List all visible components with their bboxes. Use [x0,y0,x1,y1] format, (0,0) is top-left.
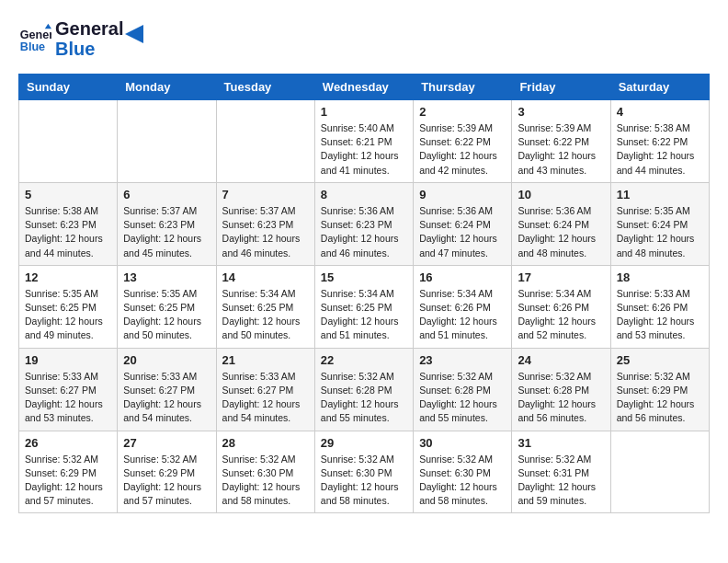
calendar-cell [216,100,314,183]
day-info: Sunrise: 5:35 AM Sunset: 6:25 PM Dayligh… [123,287,210,343]
calendar-cell: 31Sunrise: 5:32 AM Sunset: 6:31 PM Dayli… [512,431,610,513]
day-info: Sunrise: 5:32 AM Sunset: 6:30 PM Dayligh… [222,453,309,509]
day-info: Sunrise: 5:39 AM Sunset: 6:22 PM Dayligh… [518,121,604,178]
calendar-header-row: SundayMondayTuesdayWednesdayThursdayFrid… [19,75,710,100]
calendar-cell: 25Sunrise: 5:32 AM Sunset: 6:29 PM Dayli… [610,348,709,431]
day-info: Sunrise: 5:32 AM Sunset: 6:29 PM Dayligh… [617,370,703,426]
calendar-cell: 19Sunrise: 5:33 AM Sunset: 6:27 PM Dayli… [19,348,118,431]
calendar-cell: 9Sunrise: 5:36 AM Sunset: 6:24 PM Daylig… [414,182,512,265]
calendar-cell: 16Sunrise: 5:34 AM Sunset: 6:26 PM Dayli… [414,265,512,348]
day-info: Sunrise: 5:32 AM Sunset: 6:31 PM Dayligh… [518,453,604,509]
day-number: 25 [617,353,703,367]
day-info: Sunrise: 5:34 AM Sunset: 6:26 PM Dayligh… [518,287,604,343]
day-number: 15 [321,270,407,284]
svg-marker-3 [125,25,143,43]
calendar-cell: 23Sunrise: 5:32 AM Sunset: 6:28 PM Dayli… [414,348,512,431]
calendar-cell: 26Sunrise: 5:32 AM Sunset: 6:29 PM Dayli… [19,431,118,513]
day-number: 30 [419,436,506,450]
calendar-table: SundayMondayTuesdayWednesdayThursdayFrid… [18,74,710,513]
day-number: 26 [25,436,111,450]
calendar-cell: 4Sunrise: 5:38 AM Sunset: 6:22 PM Daylig… [610,100,709,183]
day-info: Sunrise: 5:32 AM Sunset: 6:28 PM Dayligh… [518,370,604,426]
calendar-cell: 3Sunrise: 5:39 AM Sunset: 6:22 PM Daylig… [512,100,610,183]
page-header: General Blue General Blue [18,18,710,59]
calendar-cell: 20Sunrise: 5:33 AM Sunset: 6:27 PM Dayli… [118,348,216,431]
calendar-cell: 17Sunrise: 5:34 AM Sunset: 6:26 PM Dayli… [512,265,610,348]
day-number: 31 [518,436,604,450]
weekday-header-friday: Friday [512,75,610,100]
day-number: 22 [321,353,407,367]
calendar-cell [118,100,216,183]
day-info: Sunrise: 5:34 AM Sunset: 6:25 PM Dayligh… [222,287,309,343]
day-number: 24 [518,353,604,367]
day-number: 12 [25,270,111,284]
calendar-cell: 8Sunrise: 5:36 AM Sunset: 6:23 PM Daylig… [314,182,413,265]
weekday-header-thursday: Thursday [414,75,512,100]
day-info: Sunrise: 5:38 AM Sunset: 6:22 PM Dayligh… [617,121,703,178]
logo-icon: General Blue [18,22,51,55]
day-info: Sunrise: 5:32 AM Sunset: 6:30 PM Dayligh… [321,453,407,509]
day-number: 27 [123,436,210,450]
logo: General Blue General Blue [18,18,143,59]
calendar-cell [610,431,709,513]
day-info: Sunrise: 5:32 AM Sunset: 6:28 PM Dayligh… [419,370,506,426]
logo-arrow-icon [125,25,143,43]
calendar-cell: 11Sunrise: 5:35 AM Sunset: 6:24 PM Dayli… [610,182,709,265]
day-number: 11 [617,188,703,201]
day-number: 8 [321,188,407,201]
day-number: 21 [222,353,309,367]
calendar-cell: 28Sunrise: 5:32 AM Sunset: 6:30 PM Dayli… [216,431,314,513]
weekday-header-sunday: Sunday [19,75,118,100]
day-number: 7 [222,188,309,201]
calendar-cell: 13Sunrise: 5:35 AM Sunset: 6:25 PM Dayli… [118,265,216,348]
calendar-cell: 10Sunrise: 5:36 AM Sunset: 6:24 PM Dayli… [512,182,610,265]
day-number: 9 [419,188,506,201]
day-info: Sunrise: 5:36 AM Sunset: 6:24 PM Dayligh… [518,204,604,260]
calendar-week-row: 12Sunrise: 5:35 AM Sunset: 6:25 PM Dayli… [19,265,710,348]
day-number: 2 [419,105,506,119]
day-number: 23 [419,353,506,367]
day-info: Sunrise: 5:34 AM Sunset: 6:26 PM Dayligh… [419,287,506,343]
day-info: Sunrise: 5:40 AM Sunset: 6:21 PM Dayligh… [321,121,407,178]
day-info: Sunrise: 5:32 AM Sunset: 6:29 PM Dayligh… [123,453,210,509]
calendar-cell: 21Sunrise: 5:33 AM Sunset: 6:27 PM Dayli… [216,348,314,431]
day-info: Sunrise: 5:32 AM Sunset: 6:30 PM Dayligh… [419,453,506,509]
calendar-week-row: 26Sunrise: 5:32 AM Sunset: 6:29 PM Dayli… [19,431,710,513]
day-info: Sunrise: 5:38 AM Sunset: 6:23 PM Dayligh… [25,204,111,260]
day-info: Sunrise: 5:39 AM Sunset: 6:22 PM Dayligh… [419,121,506,178]
day-info: Sunrise: 5:33 AM Sunset: 6:27 PM Dayligh… [123,370,210,426]
day-number: 14 [222,270,309,284]
weekday-header-saturday: Saturday [610,75,709,100]
day-number: 3 [518,105,604,119]
calendar-week-row: 1Sunrise: 5:40 AM Sunset: 6:21 PM Daylig… [19,100,710,183]
day-number: 20 [123,353,210,367]
day-info: Sunrise: 5:36 AM Sunset: 6:24 PM Dayligh… [419,204,506,260]
day-number: 16 [419,270,506,284]
day-info: Sunrise: 5:36 AM Sunset: 6:23 PM Dayligh… [321,204,407,260]
weekday-header-tuesday: Tuesday [216,75,314,100]
calendar-cell: 14Sunrise: 5:34 AM Sunset: 6:25 PM Dayli… [216,265,314,348]
weekday-header-monday: Monday [118,75,216,100]
svg-text:Blue: Blue [20,40,45,53]
calendar-week-row: 5Sunrise: 5:38 AM Sunset: 6:23 PM Daylig… [19,182,710,265]
logo-line1: General [55,18,123,39]
day-number: 28 [222,436,309,450]
day-number: 5 [25,188,111,201]
calendar-cell: 5Sunrise: 5:38 AM Sunset: 6:23 PM Daylig… [19,182,118,265]
day-number: 17 [518,270,604,284]
day-info: Sunrise: 5:35 AM Sunset: 6:25 PM Dayligh… [25,287,111,343]
day-info: Sunrise: 5:32 AM Sunset: 6:29 PM Dayligh… [25,453,111,509]
day-info: Sunrise: 5:37 AM Sunset: 6:23 PM Dayligh… [123,204,210,260]
day-info: Sunrise: 5:32 AM Sunset: 6:28 PM Dayligh… [321,370,407,426]
day-number: 29 [321,436,407,450]
calendar-week-row: 19Sunrise: 5:33 AM Sunset: 6:27 PM Dayli… [19,348,710,431]
day-number: 6 [123,188,210,201]
calendar-cell: 24Sunrise: 5:32 AM Sunset: 6:28 PM Dayli… [512,348,610,431]
calendar-cell: 2Sunrise: 5:39 AM Sunset: 6:22 PM Daylig… [414,100,512,183]
calendar-cell: 6Sunrise: 5:37 AM Sunset: 6:23 PM Daylig… [118,182,216,265]
day-info: Sunrise: 5:33 AM Sunset: 6:27 PM Dayligh… [25,370,111,426]
calendar-cell: 7Sunrise: 5:37 AM Sunset: 6:23 PM Daylig… [216,182,314,265]
day-number: 1 [321,105,407,119]
day-number: 18 [617,270,703,284]
day-number: 13 [123,270,210,284]
